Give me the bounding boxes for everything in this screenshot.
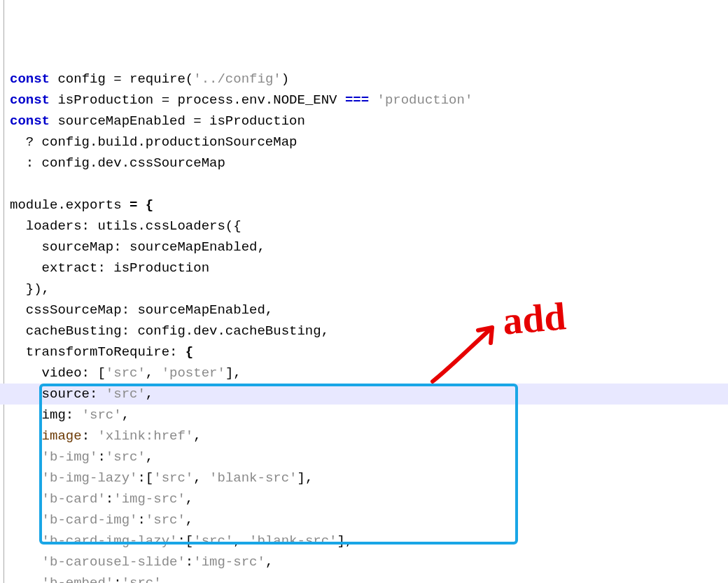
code-line: 'b-img-lazy':['src', 'blank-src'], [10, 468, 728, 489]
code-line: const isProduction = process.env.NODE_EN… [10, 90, 728, 111]
code-lines: const config = require('../config')const… [10, 69, 728, 583]
code-line: loaders: utils.cssLoaders({ [10, 216, 728, 237]
code-line: 'b-carousel-slide':'img-src', [10, 552, 728, 573]
code-line: const sourceMapEnabled = isProduction [10, 111, 728, 132]
code-line: 'b-card-img-lazy':['src', 'blank-src'], [10, 531, 728, 552]
code-line: source: 'src', [10, 384, 728, 405]
code-line: sourceMap: sourceMapEnabled, [10, 237, 728, 258]
code-line: 'b-card':'img-src', [10, 489, 728, 510]
code-line: image: 'xlink:href', [10, 426, 728, 447]
fold-guide [0, 0, 4, 583]
code-line: 'b-img':'src', [10, 447, 728, 468]
code-line: extract: isProduction [10, 258, 728, 279]
code-line: cacheBusting: config.dev.cacheBusting, [10, 321, 728, 342]
code-line: }), [10, 279, 728, 300]
code-line: video: ['src', 'poster'], [10, 363, 728, 384]
code-line: img: 'src', [10, 405, 728, 426]
code-line: : config.dev.cssSourceMap [10, 153, 728, 174]
code-line [10, 174, 728, 195]
code-line: 'b-embed':'src' [10, 573, 728, 583]
code-line: const config = require('../config') [10, 69, 728, 90]
code-line: 'b-card-img':'src', [10, 510, 728, 531]
code-editor: const config = require('../config')const… [0, 0, 728, 583]
code-line: ? config.build.productionSourceMap [10, 132, 728, 153]
code-line: module.exports = { [10, 195, 728, 216]
code-line: cssSourceMap: sourceMapEnabled, [10, 300, 728, 321]
code-line: transformToRequire: { [10, 342, 728, 363]
